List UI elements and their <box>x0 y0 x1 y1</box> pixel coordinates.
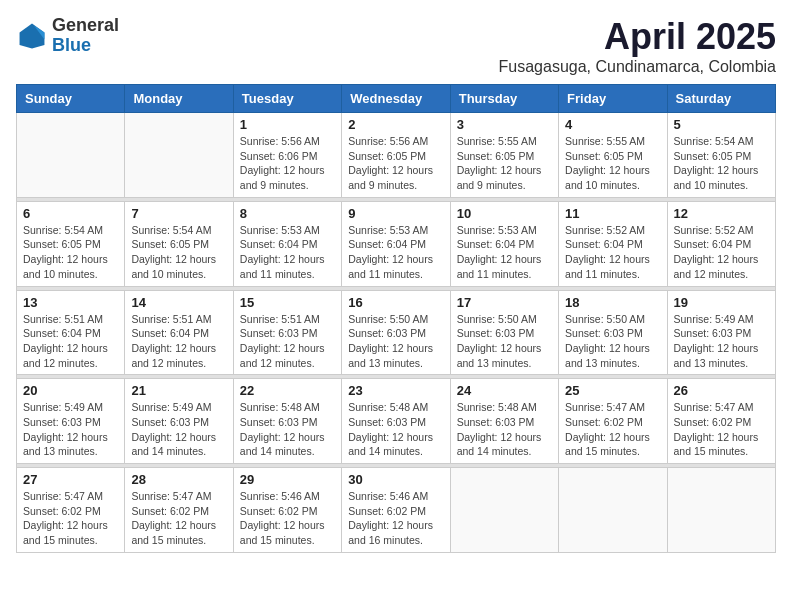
header-monday: Monday <box>125 85 233 113</box>
day-number: 17 <box>457 295 552 310</box>
header-wednesday: Wednesday <box>342 85 450 113</box>
day-number: 18 <box>565 295 660 310</box>
table-row <box>450 468 558 553</box>
day-number: 23 <box>348 383 443 398</box>
day-info: Sunrise: 5:53 AM Sunset: 6:04 PM Dayligh… <box>457 223 552 282</box>
day-info: Sunrise: 5:49 AM Sunset: 6:03 PM Dayligh… <box>23 400 118 459</box>
day-number: 16 <box>348 295 443 310</box>
table-row: 1Sunrise: 5:56 AM Sunset: 6:06 PM Daylig… <box>233 113 341 198</box>
table-row: 24Sunrise: 5:48 AM Sunset: 6:03 PM Dayli… <box>450 379 558 464</box>
table-row: 21Sunrise: 5:49 AM Sunset: 6:03 PM Dayli… <box>125 379 233 464</box>
main-title: April 2025 <box>499 16 776 58</box>
table-row: 5Sunrise: 5:54 AM Sunset: 6:05 PM Daylig… <box>667 113 775 198</box>
day-number: 6 <box>23 206 118 221</box>
day-number: 14 <box>131 295 226 310</box>
day-info: Sunrise: 5:47 AM Sunset: 6:02 PM Dayligh… <box>674 400 769 459</box>
table-row: 17Sunrise: 5:50 AM Sunset: 6:03 PM Dayli… <box>450 290 558 375</box>
table-row: 23Sunrise: 5:48 AM Sunset: 6:03 PM Dayli… <box>342 379 450 464</box>
day-info: Sunrise: 5:47 AM Sunset: 6:02 PM Dayligh… <box>23 489 118 548</box>
table-row: 19Sunrise: 5:49 AM Sunset: 6:03 PM Dayli… <box>667 290 775 375</box>
header: General Blue April 2025 Fusagasuga, Cund… <box>16 16 776 76</box>
calendar-week-row: 27Sunrise: 5:47 AM Sunset: 6:02 PM Dayli… <box>17 468 776 553</box>
day-info: Sunrise: 5:52 AM Sunset: 6:04 PM Dayligh… <box>565 223 660 282</box>
day-number: 5 <box>674 117 769 132</box>
day-info: Sunrise: 5:54 AM Sunset: 6:05 PM Dayligh… <box>131 223 226 282</box>
table-row: 15Sunrise: 5:51 AM Sunset: 6:03 PM Dayli… <box>233 290 341 375</box>
day-number: 11 <box>565 206 660 221</box>
day-number: 29 <box>240 472 335 487</box>
day-number: 28 <box>131 472 226 487</box>
day-number: 13 <box>23 295 118 310</box>
day-info: Sunrise: 5:56 AM Sunset: 6:05 PM Dayligh… <box>348 134 443 193</box>
day-info: Sunrise: 5:50 AM Sunset: 6:03 PM Dayligh… <box>348 312 443 371</box>
day-info: Sunrise: 5:50 AM Sunset: 6:03 PM Dayligh… <box>457 312 552 371</box>
table-row: 2Sunrise: 5:56 AM Sunset: 6:05 PM Daylig… <box>342 113 450 198</box>
table-row: 25Sunrise: 5:47 AM Sunset: 6:02 PM Dayli… <box>559 379 667 464</box>
subtitle: Fusagasuga, Cundinamarca, Colombia <box>499 58 776 76</box>
table-row <box>125 113 233 198</box>
day-number: 2 <box>348 117 443 132</box>
table-row: 12Sunrise: 5:52 AM Sunset: 6:04 PM Dayli… <box>667 201 775 286</box>
day-number: 27 <box>23 472 118 487</box>
calendar-week-row: 1Sunrise: 5:56 AM Sunset: 6:06 PM Daylig… <box>17 113 776 198</box>
day-number: 26 <box>674 383 769 398</box>
day-info: Sunrise: 5:46 AM Sunset: 6:02 PM Dayligh… <box>348 489 443 548</box>
day-number: 30 <box>348 472 443 487</box>
day-info: Sunrise: 5:56 AM Sunset: 6:06 PM Dayligh… <box>240 134 335 193</box>
day-info: Sunrise: 5:51 AM Sunset: 6:04 PM Dayligh… <box>131 312 226 371</box>
logo-blue-text: Blue <box>52 36 119 56</box>
day-info: Sunrise: 5:49 AM Sunset: 6:03 PM Dayligh… <box>674 312 769 371</box>
table-row: 3Sunrise: 5:55 AM Sunset: 6:05 PM Daylig… <box>450 113 558 198</box>
table-row <box>17 113 125 198</box>
day-info: Sunrise: 5:54 AM Sunset: 6:05 PM Dayligh… <box>23 223 118 282</box>
day-number: 24 <box>457 383 552 398</box>
table-row: 6Sunrise: 5:54 AM Sunset: 6:05 PM Daylig… <box>17 201 125 286</box>
day-number: 20 <box>23 383 118 398</box>
calendar-header-row: Sunday Monday Tuesday Wednesday Thursday… <box>17 85 776 113</box>
table-row: 27Sunrise: 5:47 AM Sunset: 6:02 PM Dayli… <box>17 468 125 553</box>
day-info: Sunrise: 5:50 AM Sunset: 6:03 PM Dayligh… <box>565 312 660 371</box>
header-tuesday: Tuesday <box>233 85 341 113</box>
day-info: Sunrise: 5:51 AM Sunset: 6:03 PM Dayligh… <box>240 312 335 371</box>
logo-icon <box>16 20 48 52</box>
day-info: Sunrise: 5:53 AM Sunset: 6:04 PM Dayligh… <box>348 223 443 282</box>
title-area: April 2025 Fusagasuga, Cundinamarca, Col… <box>499 16 776 76</box>
calendar-table: Sunday Monday Tuesday Wednesday Thursday… <box>16 84 776 553</box>
table-row: 9Sunrise: 5:53 AM Sunset: 6:04 PM Daylig… <box>342 201 450 286</box>
logo: General Blue <box>16 16 119 56</box>
svg-marker-0 <box>20 23 45 48</box>
table-row: 22Sunrise: 5:48 AM Sunset: 6:03 PM Dayli… <box>233 379 341 464</box>
day-number: 21 <box>131 383 226 398</box>
day-number: 1 <box>240 117 335 132</box>
table-row: 29Sunrise: 5:46 AM Sunset: 6:02 PM Dayli… <box>233 468 341 553</box>
table-row: 20Sunrise: 5:49 AM Sunset: 6:03 PM Dayli… <box>17 379 125 464</box>
calendar-week-row: 6Sunrise: 5:54 AM Sunset: 6:05 PM Daylig… <box>17 201 776 286</box>
header-friday: Friday <box>559 85 667 113</box>
day-info: Sunrise: 5:53 AM Sunset: 6:04 PM Dayligh… <box>240 223 335 282</box>
day-number: 10 <box>457 206 552 221</box>
table-row: 11Sunrise: 5:52 AM Sunset: 6:04 PM Dayli… <box>559 201 667 286</box>
logo-general-text: General <box>52 16 119 36</box>
day-number: 22 <box>240 383 335 398</box>
day-number: 3 <box>457 117 552 132</box>
table-row: 14Sunrise: 5:51 AM Sunset: 6:04 PM Dayli… <box>125 290 233 375</box>
day-info: Sunrise: 5:49 AM Sunset: 6:03 PM Dayligh… <box>131 400 226 459</box>
table-row: 26Sunrise: 5:47 AM Sunset: 6:02 PM Dayli… <box>667 379 775 464</box>
day-info: Sunrise: 5:46 AM Sunset: 6:02 PM Dayligh… <box>240 489 335 548</box>
calendar-week-row: 13Sunrise: 5:51 AM Sunset: 6:04 PM Dayli… <box>17 290 776 375</box>
header-sunday: Sunday <box>17 85 125 113</box>
day-number: 8 <box>240 206 335 221</box>
day-info: Sunrise: 5:52 AM Sunset: 6:04 PM Dayligh… <box>674 223 769 282</box>
table-row: 18Sunrise: 5:50 AM Sunset: 6:03 PM Dayli… <box>559 290 667 375</box>
table-row: 16Sunrise: 5:50 AM Sunset: 6:03 PM Dayli… <box>342 290 450 375</box>
header-thursday: Thursday <box>450 85 558 113</box>
table-row <box>667 468 775 553</box>
day-number: 25 <box>565 383 660 398</box>
day-info: Sunrise: 5:48 AM Sunset: 6:03 PM Dayligh… <box>457 400 552 459</box>
table-row: 10Sunrise: 5:53 AM Sunset: 6:04 PM Dayli… <box>450 201 558 286</box>
table-row: 13Sunrise: 5:51 AM Sunset: 6:04 PM Dayli… <box>17 290 125 375</box>
day-info: Sunrise: 5:47 AM Sunset: 6:02 PM Dayligh… <box>131 489 226 548</box>
day-info: Sunrise: 5:47 AM Sunset: 6:02 PM Dayligh… <box>565 400 660 459</box>
table-row: 28Sunrise: 5:47 AM Sunset: 6:02 PM Dayli… <box>125 468 233 553</box>
day-info: Sunrise: 5:48 AM Sunset: 6:03 PM Dayligh… <box>348 400 443 459</box>
